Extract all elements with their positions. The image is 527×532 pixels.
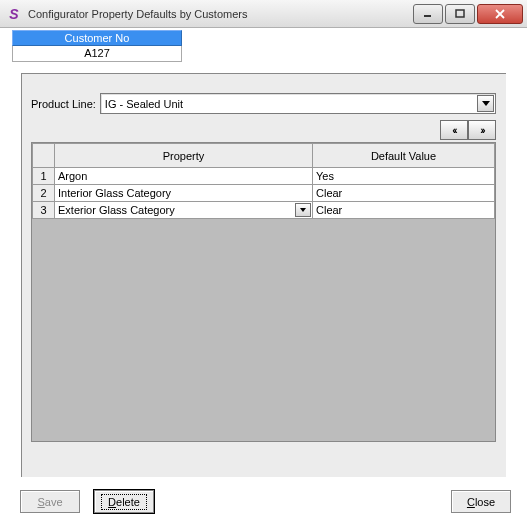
delete-button[interactable]: Delete xyxy=(94,490,154,513)
grid[interactable]: Property Default Value 1ArgonYes2Interio… xyxy=(31,142,496,442)
grid-corner xyxy=(33,144,55,168)
value-cell[interactable]: Clear xyxy=(313,185,495,202)
chevron-down-icon[interactable] xyxy=(295,203,311,217)
product-line-label: Product Line: xyxy=(31,98,96,110)
window-title: Configurator Property Defaults by Custom… xyxy=(28,8,411,20)
value-cell[interactable]: Clear xyxy=(313,202,495,219)
app-icon: S xyxy=(6,6,22,22)
property-cell[interactable]: Argon xyxy=(55,168,313,185)
title-bar: S Configurator Property Defaults by Cust… xyxy=(0,0,527,28)
bottom-bar: Save Delete Close xyxy=(0,488,527,521)
chevron-down-icon[interactable] xyxy=(477,95,494,112)
next-button[interactable]: ›› xyxy=(468,120,496,140)
customer-strip: Customer No A127 xyxy=(0,28,527,64)
prev-button[interactable]: ‹‹ xyxy=(440,120,468,140)
customer-no-header: Customer No xyxy=(12,30,182,46)
row-number: 3 xyxy=(33,202,55,219)
row-number: 2 xyxy=(33,185,55,202)
value-cell[interactable]: Yes xyxy=(313,168,495,185)
save-button: Save xyxy=(20,490,80,513)
main-panel: Product Line: IG - Sealed Unit ‹‹ ›› Pro… xyxy=(20,72,507,478)
maximize-button[interactable] xyxy=(445,4,475,24)
table-row[interactable]: 2Interior Glass CategoryClear xyxy=(33,185,495,202)
close-button[interactable]: Close xyxy=(451,490,511,513)
table-row[interactable]: 3Exterior Glass CategoryClear xyxy=(33,202,495,219)
col-header-property[interactable]: Property xyxy=(55,144,313,168)
property-text: Exterior Glass Category xyxy=(58,204,295,216)
property-cell[interactable]: Interior Glass Category xyxy=(55,185,313,202)
svg-rect-1 xyxy=(456,10,464,17)
table-row[interactable]: 1ArgonYes xyxy=(33,168,495,185)
customer-no-value: A127 xyxy=(12,46,182,62)
product-line-combo[interactable]: IG - Sealed Unit xyxy=(100,93,496,114)
row-number: 1 xyxy=(33,168,55,185)
product-line-value: IG - Sealed Unit xyxy=(101,98,477,110)
minimize-button[interactable] xyxy=(413,4,443,24)
col-header-value[interactable]: Default Value xyxy=(313,144,495,168)
close-window-button[interactable] xyxy=(477,4,523,24)
property-cell[interactable]: Exterior Glass Category xyxy=(55,202,313,219)
